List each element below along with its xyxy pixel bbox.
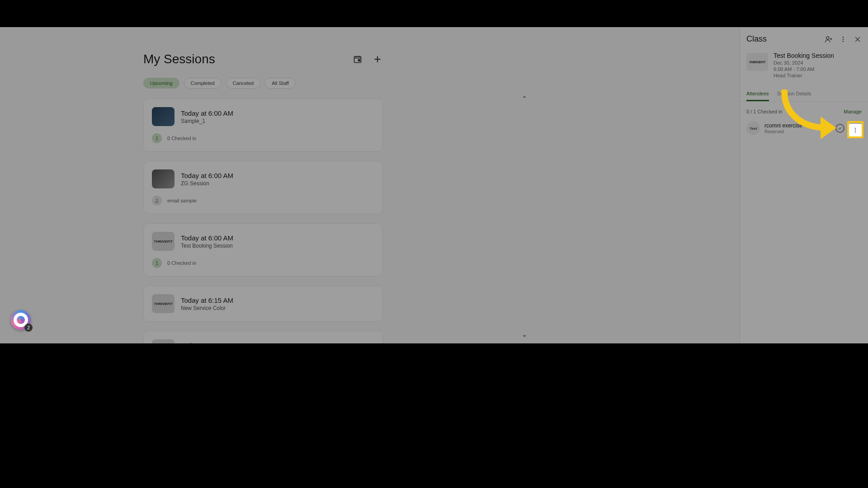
header-actions [352,54,383,65]
checked-in-text: 0 Checked in [167,136,196,141]
session-card[interactable]: THRIVEFIT Today at 6:15 AM New Service C… [143,286,383,322]
help-bubble-icon[interactable]: 2 [11,310,31,330]
class-side-panel: Class THRIVEFIT Test Booking Session Dec… [740,27,868,343]
session-name: New Service Color [181,305,233,311]
svg-rect-1 [359,60,360,61]
bubble-badge: 2 [24,324,33,332]
panel-session-info: THRIVEFIT Test Booking Session Dec 30, 2… [740,50,868,87]
manage-link[interactable]: Manage [844,109,862,114]
panel-session-time: 6:00 AM - 7:00 AM [774,66,834,72]
app-root: My Sessions Upcoming Completed Canceled [0,27,868,343]
panel-session-trainer: Head Trainer [774,73,834,78]
attendee-count-badge: 1 [152,133,162,143]
content-area: My Sessions Upcoming Completed Canceled [143,27,383,343]
attendee-count-badge: 1 [152,258,162,268]
panel-session-date: Dec 30, 2024 [774,60,834,66]
filter-chips: Upcoming Completed Canceled All Staff [143,78,383,89]
chip-completed[interactable]: Completed [184,78,222,89]
tab-session-details[interactable]: Session Details [777,87,811,101]
user-icon [152,196,162,206]
panel-header: Class [740,27,868,50]
panel-session-title: Test Booking Session [774,52,834,59]
session-card[interactable]: THRIVEFIT Today at 6:30 AM Test Booking … [143,331,383,343]
scroll-up-icon[interactable] [522,94,528,100]
check-in-toggle-icon[interactable] [835,124,844,133]
scroll-down-icon[interactable] [522,333,528,340]
close-icon[interactable] [854,35,862,43]
more-icon[interactable] [839,35,847,43]
panel-tabs: Attendees Session Details [740,87,868,102]
session-card[interactable]: Today at 6:00 AM Sample_1 1 0 Checked in [143,99,383,152]
chip-upcoming[interactable]: Upcoming [143,78,179,89]
session-name: ZG Session [181,180,233,187]
page-header: My Sessions [143,27,383,78]
session-thumb: THRIVEFIT [152,339,175,343]
svg-point-12 [855,131,856,132]
session-time: Today at 6:00 AM [181,109,233,117]
session-time: Today at 6:15 AM [181,296,233,304]
session-list: Today at 6:00 AM Sample_1 1 0 Checked in [143,99,383,343]
panel-title: Class [746,34,767,44]
attendee-status: Reserved [764,129,802,134]
session-thumb: THRIVEFIT [152,232,175,251]
svg-point-11 [855,130,856,131]
session-thumb: THRIVEFIT [152,294,175,313]
tab-attendees[interactable]: Attendees [746,87,769,101]
session-time: Today at 6:00 AM [181,172,233,179]
svg-point-3 [826,37,829,39]
chip-canceled[interactable]: Canceled [226,78,260,89]
session-thumb [152,107,175,126]
checked-in-summary: 0 / 1 Checked in [746,109,783,114]
session-time: Today at 6:00 AM [181,234,233,242]
session-card[interactable]: THRIVEFIT Today at 6:00 AM Test Booking … [143,223,383,277]
checked-in-text: 0 Checked in [167,260,196,266]
session-thumb [152,169,175,188]
session-name: Sample_1 [181,118,233,124]
calendar-icon[interactable] [352,54,363,65]
session-user-text: email sample [167,198,197,203]
svg-point-6 [843,41,844,42]
session-name: Test Booking Session [181,243,233,249]
svg-point-2 [156,199,158,201]
add-icon[interactable] [372,54,383,65]
attendee-name: rcomni exercise [764,122,802,129]
main-column: My Sessions Upcoming Completed Canceled [0,27,530,343]
session-logo: THRIVEFIT [746,53,768,71]
svg-point-5 [843,38,844,40]
attendee-more-icon[interactable] [849,124,862,136]
svg-point-10 [855,128,856,129]
session-card[interactable]: Today at 6:00 AM ZG Session email sample [143,161,383,214]
add-attendee-icon[interactable] [825,35,833,43]
panel-status-bar: 0 / 1 Checked in Manage [740,102,868,119]
svg-point-4 [843,37,844,38]
chip-all-staff[interactable]: All Staff [265,78,296,89]
attendee-avatar: Test [746,122,760,135]
page-title: My Sessions [143,52,215,66]
